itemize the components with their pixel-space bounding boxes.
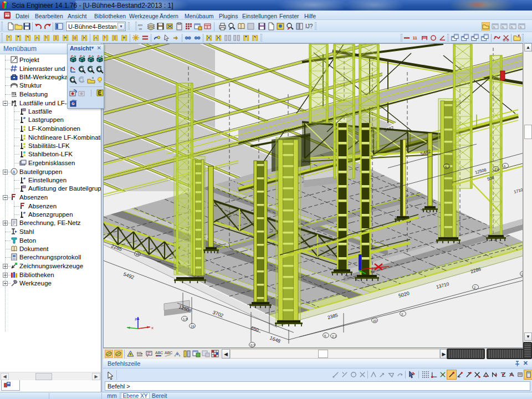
svg-text:cm: cm <box>138 23 142 27</box>
svg-text:19: 19 <box>191 325 195 328</box>
svg-text:s: s <box>104 35 106 39</box>
svg-text:ABC: ABC <box>155 351 163 355</box>
svg-text:2,1: 2,1 <box>332 335 337 338</box>
svg-text:6,3: 6,3 <box>445 165 450 168</box>
svg-text:20: 20 <box>373 319 377 323</box>
svg-text:e2: e2 <box>136 253 140 256</box>
svg-text:11: 11 <box>413 35 417 40</box>
svg-text:s: s <box>45 35 48 39</box>
svg-text:a: a <box>12 169 15 175</box>
svg-text:1,5: 1,5 <box>494 168 499 171</box>
svg-text:z: z <box>135 316 137 321</box>
svg-text:x: x <box>151 325 154 330</box>
svg-text:IJ?: IJ? <box>305 23 313 29</box>
svg-text:0,3: 0,3 <box>250 344 255 347</box>
svg-text:1,8: 1,8 <box>183 318 188 321</box>
svg-text:m: m <box>139 27 142 30</box>
svg-text:ABC: ABC <box>165 351 172 355</box>
